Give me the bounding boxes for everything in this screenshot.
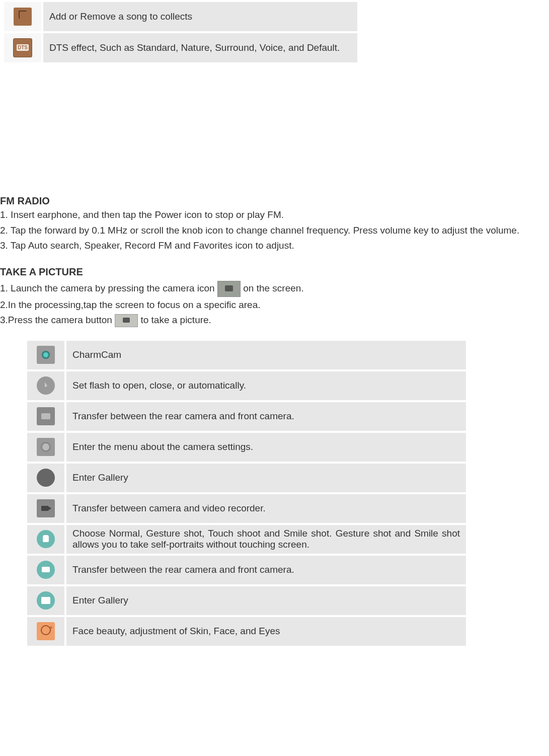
music-icons-table: Add or Remove a song to collects DTS DTS… bbox=[2, 0, 359, 64]
table-row: Transfer between the rear camera and fro… bbox=[27, 402, 466, 431]
camera-shutter-icon bbox=[115, 314, 138, 327]
cell-text: Enter Gallery bbox=[66, 464, 466, 492]
thumb-icon bbox=[14, 8, 32, 26]
cell-text: CharmCam bbox=[66, 341, 466, 369]
table-row: Face beauty, adjustment of Skin, Face, a… bbox=[27, 617, 466, 646]
fm-radio-section: FM RADIO 1. Insert earphone, and then ta… bbox=[0, 195, 549, 648]
picture-step: 1. Launch the camera by pressing the cam… bbox=[0, 281, 549, 297]
table-row: Enter Gallery bbox=[27, 586, 466, 615]
picture-step: 3.Press the camera button to take a pict… bbox=[0, 313, 549, 328]
table-row: DTS DTS effect, Such as Standard, Nature… bbox=[4, 33, 357, 62]
cell-text: Transfer between camera and video record… bbox=[66, 494, 466, 523]
fm-step: 3. Tap Auto search, Speaker, Record FM a… bbox=[0, 239, 549, 253]
face-beauty-icon bbox=[37, 622, 55, 640]
camera-app-icon bbox=[217, 281, 241, 297]
camera-icons-table: CharmCam Set flash to open, close, or au… bbox=[25, 339, 468, 648]
camera-switch-icon bbox=[37, 407, 55, 425]
gallery-teal-icon bbox=[37, 591, 55, 610]
section-title: FM RADIO bbox=[0, 195, 549, 207]
fm-step: 2. Tap the forward by 0.1 MHz or scroll … bbox=[0, 223, 549, 238]
cell-text: Add or Remove a song to collects bbox=[43, 2, 357, 31]
flash-icon bbox=[37, 376, 55, 395]
cell-text: Enter Gallery bbox=[66, 586, 466, 615]
gear-icon bbox=[37, 438, 55, 456]
picture-step: 2.In the processing,tap the screen to fo… bbox=[0, 298, 549, 313]
cell-text: Transfer between the rear camera and fro… bbox=[66, 402, 466, 431]
table-row: Transfer between camera and video record… bbox=[27, 494, 466, 523]
table-row: Enter Gallery bbox=[27, 464, 466, 492]
cell-text: DTS effect, Such as Standard, Nature, Su… bbox=[43, 33, 357, 62]
table-row: Choose Normal, Gesture shot, Touch shoot… bbox=[27, 525, 466, 554]
video-icon bbox=[37, 499, 55, 517]
section-title: TAKE A PICTURE bbox=[0, 266, 549, 278]
table-row: Transfer between the rear camera and fro… bbox=[27, 556, 466, 584]
table-row: Add or Remove a song to collects bbox=[4, 2, 357, 31]
charmcam-icon bbox=[37, 346, 55, 364]
gallery-icon bbox=[37, 469, 55, 487]
cell-text: Choose Normal, Gesture shot, Touch shoot… bbox=[66, 525, 466, 554]
table-row: Set flash to open, close, or automatical… bbox=[27, 371, 466, 400]
cell-text: Transfer between the rear camera and fro… bbox=[66, 556, 466, 584]
table-row: Enter the menu about the camera settings… bbox=[27, 433, 466, 462]
fm-step: 1. Insert earphone, and then tap the Pow… bbox=[0, 208, 549, 222]
dts-icon: DTS bbox=[13, 38, 32, 57]
table-row: CharmCam bbox=[27, 341, 466, 369]
camera-switch-teal-icon bbox=[37, 561, 55, 579]
cell-text: Enter the menu about the camera settings… bbox=[66, 433, 466, 462]
gesture-icon bbox=[37, 530, 55, 548]
cell-text: Set flash to open, close, or automatical… bbox=[66, 371, 466, 400]
cell-text: Face beauty, adjustment of Skin, Face, a… bbox=[66, 617, 466, 646]
